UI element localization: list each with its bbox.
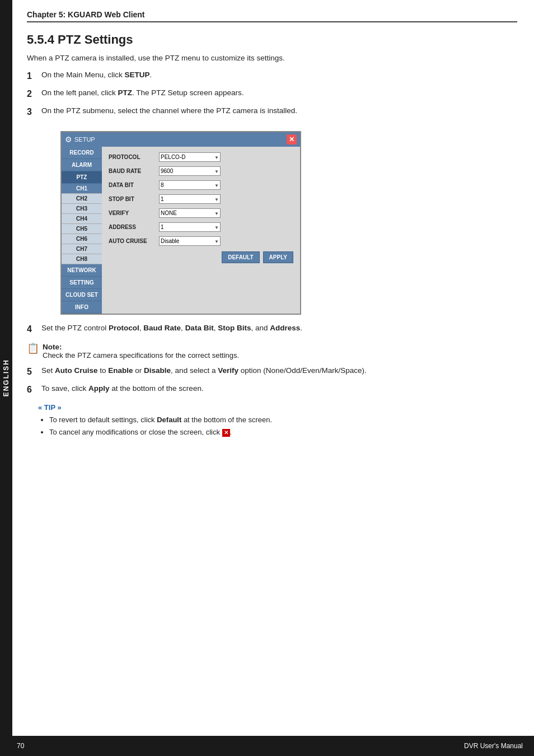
select-address[interactable]: 1 [159, 222, 221, 232]
nav-ptz[interactable]: PTZ [62, 171, 102, 184]
note-title: Note: [43, 343, 239, 351]
nav-network[interactable]: NETWORK [62, 264, 102, 277]
select-protocol[interactable]: PELCO-D [159, 152, 221, 162]
screenshot-container: ⚙ SETUP ✕ RECORD ALARM PTZ CH1 CH2 CH3 C… [60, 131, 301, 315]
manual-title: DVR User's Manual [464, 742, 523, 750]
select-verify[interactable]: NONE [159, 208, 221, 218]
label-databit: DATA BIT [109, 182, 159, 188]
nav-ch3[interactable]: CH3 [62, 204, 102, 214]
select-databit[interactable]: 8 [159, 180, 221, 190]
setup-buttons: DEFAULT APPLY [109, 251, 293, 263]
setup-close-button[interactable]: ✕ [287, 134, 297, 144]
tip-title: « TIP » [38, 403, 517, 412]
x-close-icon: ✕ [222, 429, 230, 437]
step-5-num: 5 [27, 365, 39, 379]
tip-item-1: To revert to default settings, click Def… [49, 414, 517, 426]
nav-ch8[interactable]: CH8 [62, 254, 102, 264]
note-box: 📋 Note: Check the PTZ camera specificati… [27, 343, 517, 360]
section-title: 5.5.4 PTZ Settings [27, 32, 517, 47]
form-row-baudrate: BAUD RATE 9600 [109, 166, 293, 176]
nav-ch2[interactable]: CH2 [62, 194, 102, 204]
step-6-num: 6 [27, 383, 39, 396]
chapter-header: Chapter 5: KGUARD Web Client [27, 10, 517, 22]
label-address: ADDRESS [109, 224, 159, 230]
setup-gear-icon: ⚙ [65, 135, 72, 144]
page-number: 70 [17, 742, 24, 750]
tip-item-2: To cancel any modifications or close the… [49, 426, 517, 438]
select-wrapper-databit: 8 [159, 180, 221, 190]
default-button[interactable]: DEFAULT [222, 251, 259, 263]
section-name: PTZ Settings [58, 32, 133, 46]
form-row-autocruise: AUTO CRUISE Disable [109, 236, 293, 246]
note-icon: 📋 [27, 342, 39, 354]
label-baudrate: BAUD RATE [109, 168, 159, 174]
apply-button[interactable]: APPLY [263, 251, 293, 263]
label-verify: VERIFY [109, 210, 159, 216]
form-row-verify: VERIFY NONE [109, 208, 293, 218]
select-baudrate[interactable]: 9600 [159, 166, 221, 176]
form-row-databit: DATA BIT 8 [109, 180, 293, 190]
select-autocruise[interactable]: Disable [159, 236, 221, 246]
setup-content: PROTOCOL PELCO-D BAUD RATE 9600 [102, 147, 300, 314]
tip-list: To revert to default settings, click Def… [49, 414, 517, 438]
select-stopbit[interactable]: 1 [159, 194, 221, 204]
select-wrapper-stopbit: 1 [159, 194, 221, 204]
step-4-num: 4 [27, 323, 39, 336]
nav-ch7[interactable]: CH7 [62, 244, 102, 254]
step-1: 1 On the Main Menu, click SETUP. [27, 69, 517, 83]
nav-cloud-set[interactable]: CLOUD SET [62, 289, 102, 301]
setup-title-text: SETUP [74, 136, 95, 143]
label-stopbit: STOP BIT [109, 196, 159, 202]
form-row-protocol: PROTOCOL PELCO-D [109, 152, 293, 162]
nav-alarm[interactable]: ALARM [62, 159, 102, 171]
main-content: Chapter 5: KGUARD Web Client 5.5.4 PTZ S… [16, 0, 528, 466]
nav-record[interactable]: RECORD [62, 147, 102, 159]
step-1-text: On the Main Menu, click SETUP. [41, 69, 517, 83]
nav-ch1[interactable]: CH1 [62, 184, 102, 194]
step-5: 5 Set Auto Cruise to Enable or Disable, … [27, 365, 517, 379]
select-wrapper-verify: NONE [159, 208, 221, 218]
nav-info[interactable]: INFO [62, 301, 102, 314]
setup-title-bar: ⚙ SETUP ✕ [62, 132, 300, 147]
step-4: 4 Set the PTZ control Protocol, Baud Rat… [27, 323, 517, 336]
select-wrapper-baudrate: 9600 [159, 166, 221, 176]
form-row-address: ADDRESS 1 [109, 222, 293, 232]
step-3: 3 On the PTZ submenu, select the channel… [27, 105, 517, 119]
step-3-num: 3 [27, 105, 39, 119]
label-autocruise: AUTO CRUISE [109, 238, 159, 244]
nav-setting[interactable]: SETTING [62, 277, 102, 289]
note-text: Check the PTZ camera specifications for … [43, 351, 239, 360]
sidebar-english: ENGLISH [0, 0, 12, 756]
step-2-num: 2 [27, 87, 39, 101]
setup-body: RECORD ALARM PTZ CH1 CH2 CH3 CH4 CH5 CH6… [62, 147, 300, 314]
sidebar-label: ENGLISH [2, 359, 10, 396]
step-6: 6 To save, click Apply at the bottom of … [27, 383, 517, 396]
intro-text: When a PTZ camera is installed, use the … [27, 53, 517, 64]
step-5-text: Set Auto Cruise to Enable or Disable, an… [41, 365, 517, 379]
step-2-text: On the left panel, click PTZ. The PTZ Se… [41, 87, 517, 101]
setup-title-left: ⚙ SETUP [65, 135, 95, 144]
nav-ch6[interactable]: CH6 [62, 234, 102, 244]
step-3-text: On the PTZ submenu, select the channel w… [41, 105, 517, 119]
tip-box: « TIP » To revert to default settings, c… [38, 403, 517, 438]
setup-dialog: ⚙ SETUP ✕ RECORD ALARM PTZ CH1 CH2 CH3 C… [60, 131, 301, 315]
label-protocol: PROTOCOL [109, 154, 159, 160]
step-4-text: Set the PTZ control Protocol, Baud Rate,… [41, 323, 517, 336]
step-2: 2 On the left panel, click PTZ. The PTZ … [27, 87, 517, 101]
bottom-bar: 70 DVR User's Manual [0, 736, 534, 756]
nav-ch4[interactable]: CH4 [62, 214, 102, 224]
select-wrapper-address: 1 [159, 222, 221, 232]
section-number: 5.5.4 [27, 32, 54, 46]
setup-nav: RECORD ALARM PTZ CH1 CH2 CH3 CH4 CH5 CH6… [62, 147, 102, 314]
form-row-stopbit: STOP BIT 1 [109, 194, 293, 204]
select-wrapper-protocol: PELCO-D [159, 152, 221, 162]
select-wrapper-autocruise: Disable [159, 236, 221, 246]
step-6-text: To save, click Apply at the bottom of th… [41, 383, 517, 396]
note-content: Note: Check the PTZ camera specification… [43, 343, 239, 360]
step-1-num: 1 [27, 69, 39, 83]
chapter-title: Chapter 5: KGUARD Web Client [27, 10, 145, 19]
nav-ch5[interactable]: CH5 [62, 224, 102, 234]
